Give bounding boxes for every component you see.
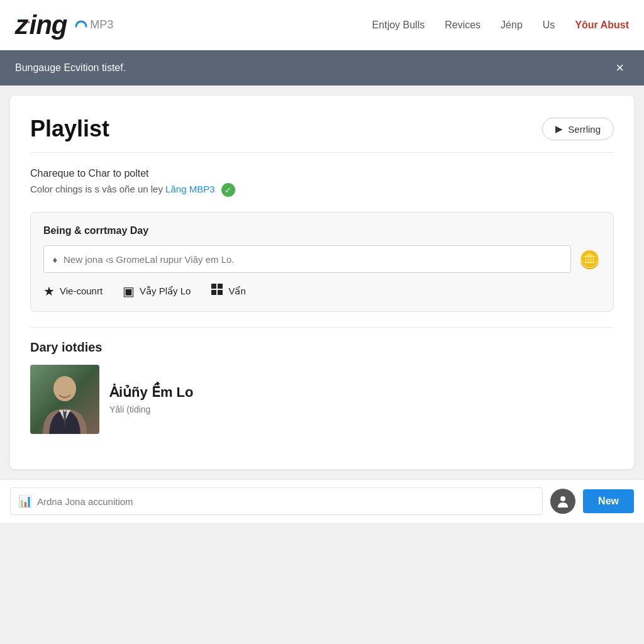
playlist-title: Playlist — [30, 116, 109, 142]
check-icon: ✓ — [221, 183, 235, 197]
dary-section-title: Dary iotdies — [30, 340, 614, 355]
logo-zing: z•ing — [15, 10, 87, 40]
notification-bar: Bungauge Ecvition tistef. × — [0, 50, 644, 86]
main-content: Playlist ▶ Serrling Chareque to Char to … — [10, 96, 634, 469]
svg-point-6 — [560, 496, 565, 501]
new-button[interactable]: New — [583, 489, 634, 513]
notification-text: Bungauge Ecvition tistef. — [15, 62, 126, 74]
header: z•ing MP3 Entjoy Bulls Revices Jénp Us Y… — [0, 0, 644, 50]
search-card: Being & corrtmay Day ⬧ 🪙 ★ Vie-counrt ▣ … — [30, 212, 614, 312]
bottom-search-input[interactable] — [37, 496, 535, 507]
logo-arc-icon — [75, 20, 87, 33]
coin-icon[interactable]: 🪙 — [579, 249, 601, 270]
vay-play-lo-label: Vẫy Plẩy Lo — [140, 286, 191, 297]
artist-subtitle: Yâli (tiding — [109, 404, 193, 414]
profile-icon — [555, 494, 570, 509]
bottom-search-wrapper: 📊 — [10, 487, 543, 515]
profile-avatar[interactable] — [550, 489, 575, 514]
desc-subtitle: Color chings is s vâs oñe un ley Lâng MB… — [30, 183, 614, 197]
nav-jenp[interactable]: Jénp — [501, 19, 523, 31]
search-card-title: Being & corrtmay Day — [43, 225, 601, 236]
avatar-image — [30, 365, 99, 434]
search-input-wrapper: ⬧ — [43, 245, 571, 273]
song-search-input[interactable] — [64, 254, 563, 265]
artist-avatar — [30, 365, 99, 434]
logo: z•ing MP3 — [15, 10, 113, 40]
van-label: Vẩn — [228, 286, 245, 297]
svg-rect-2 — [211, 290, 216, 295]
playlist-icon: ▣ — [123, 284, 135, 299]
vay-play-lo-button[interactable]: ▣ Vẫy Plẩy Lo — [123, 284, 191, 299]
nav-your-abuse[interactable]: Yôur Abust — [575, 19, 629, 31]
svg-rect-3 — [218, 290, 223, 295]
lang-mbp3-link[interactable]: Lâng MBP3 — [165, 184, 214, 194]
serrling-button[interactable]: ▶ Serrling — [542, 118, 614, 140]
section-divider — [30, 327, 614, 328]
logo-mp3: MP3 — [90, 18, 113, 31]
main-nav: Entjoy Bulls Revices Jénp Us Yôur Abust — [372, 19, 629, 31]
notification-close-button[interactable]: × — [611, 58, 629, 77]
play-icon: ▶ — [555, 123, 563, 135]
desc-title: Chareque to Char to poltet — [30, 168, 614, 179]
vie-counrt-button[interactable]: ★ Vie-counrt — [43, 284, 103, 299]
dary-section: Dary iotdies — [30, 340, 614, 434]
artist-card: Ȧiủñy Ềm Lo Yâli (tiding — [30, 365, 614, 434]
windows-icon — [211, 283, 223, 299]
artist-info: Ȧiủñy Ềm Lo Yâli (tiding — [109, 384, 193, 414]
windows-svg-icon — [211, 283, 223, 296]
star-icon: ★ — [43, 284, 55, 299]
bottom-bar: 📊 New — [0, 479, 644, 523]
artist-name: Ȧiủñy Ềm Lo — [109, 384, 193, 401]
vie-counrt-label: Vie-counrt — [60, 286, 103, 296]
diamond-icon: ⬧ — [52, 253, 58, 266]
nav-entjoy[interactable]: Entjoy Bulls — [372, 19, 425, 31]
serrling-label: Serrling — [568, 124, 601, 135]
van-button[interactable]: Vẩn — [211, 283, 245, 299]
search-input-row: ⬧ 🪙 — [43, 245, 601, 273]
nav-us[interactable]: Us — [543, 19, 555, 31]
chart-icon: 📊 — [18, 494, 32, 508]
action-buttons: ★ Vie-counrt ▣ Vẫy Plẩy Lo Vẩn — [43, 283, 601, 299]
nav-revices[interactable]: Revices — [445, 19, 480, 31]
desc-subtitle-text: Color chings is s vâs oñe un ley — [30, 184, 163, 194]
svg-rect-0 — [211, 284, 216, 289]
svg-rect-1 — [218, 284, 223, 289]
playlist-header: Playlist ▶ Serrling — [30, 116, 614, 153]
description-section: Chareque to Char to poltet Color chings … — [30, 168, 614, 197]
